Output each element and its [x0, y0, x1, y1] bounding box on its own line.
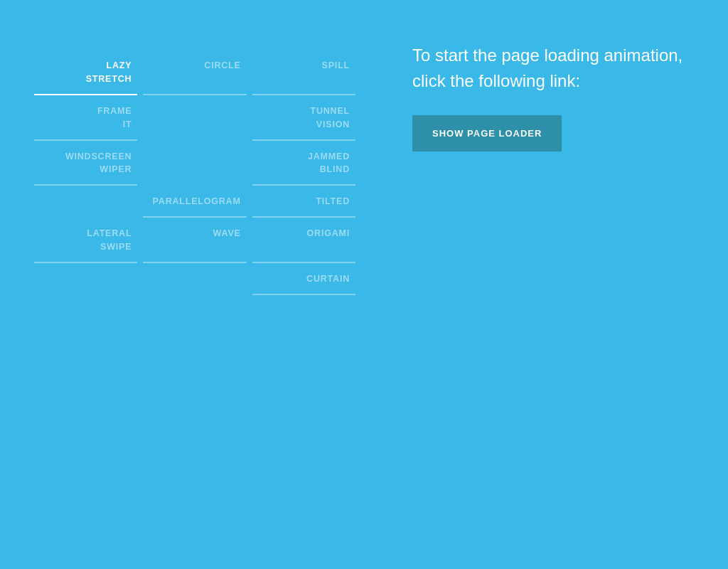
- menu-cell-4-0[interactable]: LATERALSWIPE: [28, 218, 137, 263]
- menu-label-2-0: WINDSCREENWIPER: [65, 151, 132, 175]
- menu-cell-5-2[interactable]: CURTAIN: [247, 263, 355, 295]
- menu-cell-0-2[interactable]: SPILL: [247, 50, 355, 95]
- menu-label-5-2: CURTAIN: [306, 274, 350, 284]
- menu-cell-4-2[interactable]: ORIGAMI: [247, 218, 355, 263]
- menu-row-5: CURTAIN: [28, 263, 355, 295]
- menu-row-4: LATERALSWIPEWAVEORIGAMI: [28, 218, 355, 263]
- menu-label-0-2: SPILL: [322, 60, 350, 70]
- menu-cell-2-0[interactable]: WINDSCREENWIPER: [28, 141, 137, 186]
- left-panel: LAZYSTRETCHCIRCLESPILLFRAMEITTUNNELVISIO…: [28, 36, 370, 533]
- menu-cell-1-0[interactable]: FRAMEIT: [28, 95, 137, 141]
- menu-row-0: LAZYSTRETCHCIRCLESPILL: [28, 50, 355, 95]
- menu-cell-1-2[interactable]: TUNNELVISION: [247, 95, 355, 141]
- right-panel: To start the page loading animation, cli…: [370, 36, 700, 533]
- menu-label-3-1: PARALLELOGRAM: [153, 196, 241, 206]
- menu-label-1-0: FRAMEIT: [97, 106, 132, 129]
- menu-label-2-2: JAMMEDBLIND: [308, 151, 350, 175]
- menu-cell-3-0: [28, 186, 137, 218]
- menu-cell-2-1: [137, 141, 246, 186]
- menu-label-4-0: LATERALSWIPE: [87, 228, 132, 252]
- menu-cell-3-1[interactable]: PARALLELOGRAM: [137, 186, 246, 218]
- menu-label-3-2: TILTED: [316, 196, 350, 206]
- menu-cell-5-0: [28, 263, 137, 295]
- menu-label-4-2: ORIGAMI: [307, 228, 350, 238]
- menu-label-1-2: TUNNELVISION: [311, 106, 350, 129]
- menu-cell-4-1[interactable]: WAVE: [137, 218, 246, 263]
- menu-row-3: PARALLELOGRAMTILTED: [28, 186, 355, 218]
- menu-cell-0-1[interactable]: CIRCLE: [137, 50, 246, 95]
- menu-label-0-0: LAZYSTRETCH: [86, 60, 132, 84]
- menu-container: LAZYSTRETCHCIRCLESPILLFRAMEITTUNNELVISIO…: [28, 50, 355, 295]
- description-text: To start the page loading animation, cli…: [412, 43, 700, 94]
- main-container: LAZYSTRETCHCIRCLESPILLFRAMEITTUNNELVISIO…: [0, 0, 728, 569]
- menu-cell-2-2[interactable]: JAMMEDBLIND: [247, 141, 355, 186]
- menu-cell-3-2[interactable]: TILTED: [247, 186, 355, 218]
- menu-row-1: FRAMEITTUNNELVISION: [28, 95, 355, 141]
- menu-cell-5-1: [137, 263, 246, 295]
- menu-cell-0-0[interactable]: LAZYSTRETCH: [28, 50, 137, 95]
- show-loader-button[interactable]: SHOW PAGE LOADER: [412, 115, 562, 151]
- menu-cell-1-1: [137, 95, 246, 141]
- menu-label-4-1: WAVE: [213, 228, 241, 238]
- menu-row-2: WINDSCREENWIPERJAMMEDBLIND: [28, 141, 355, 186]
- menu-label-0-1: CIRCLE: [204, 60, 240, 70]
